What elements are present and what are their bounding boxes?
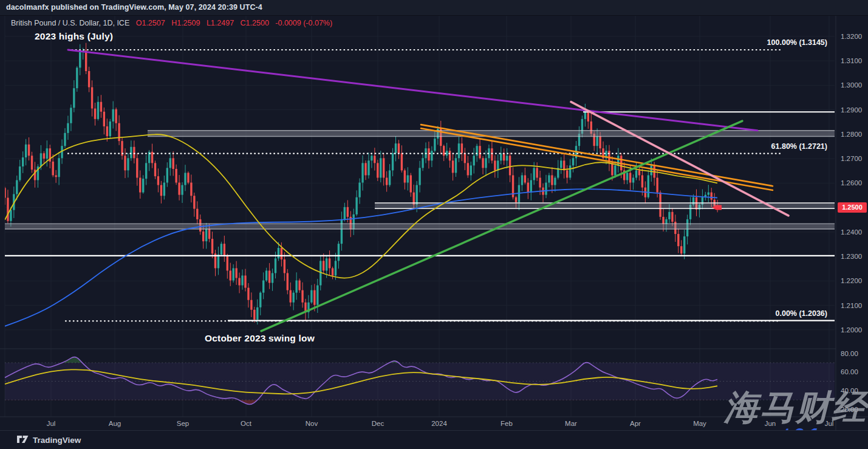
candle-body — [272, 273, 273, 283]
candle-body — [208, 229, 210, 239]
annotation-october-swing-low[interactable]: October 2023 swing low — [205, 333, 315, 344]
candle-body — [253, 310, 255, 320]
price-axis-label[interactable]: 1.2700 — [841, 155, 862, 162]
demand-zone-1.2430[interactable] — [5, 224, 835, 229]
candle-body — [521, 175, 523, 185]
candle-body — [680, 246, 682, 253]
time-axis-label[interactable]: Mar — [565, 420, 577, 427]
tradingview-logo-text: TradingView — [33, 436, 81, 445]
candle-body — [530, 180, 532, 193]
time-axis-label[interactable]: Dec — [372, 420, 384, 427]
candle-body — [338, 244, 340, 261]
time-axis-label[interactable]: Nov — [306, 420, 318, 427]
candle-body — [358, 183, 360, 197]
candle-body — [178, 183, 180, 195]
candle-body — [569, 165, 571, 177]
candle-body — [361, 163, 363, 182]
candle-body — [250, 300, 252, 310]
candle-body — [313, 290, 315, 305]
candle-body — [638, 170, 640, 175]
price-axis-label[interactable]: 1.2000 — [841, 326, 862, 334]
time-axis-label[interactable]: Oct — [241, 420, 252, 427]
price-axis-label[interactable]: 1.2900 — [841, 106, 862, 114]
price-axis-label[interactable]: 1.3000 — [841, 81, 862, 89]
candle-body — [268, 270, 270, 283]
candle-body — [656, 177, 658, 192]
candle-body — [494, 160, 496, 170]
candle-body — [341, 219, 343, 244]
candle-body — [175, 169, 177, 183]
symbol-title[interactable]: British Pound / U.S. Dollar, 1D, ICE — [11, 19, 129, 27]
candle-body — [136, 158, 138, 177]
candle-body — [599, 136, 601, 148]
candle-body — [25, 145, 27, 157]
tradingview-logo[interactable]: TradingView — [17, 435, 81, 445]
candle-body — [43, 153, 45, 159]
candle-body — [67, 123, 69, 133]
rsi-axis-label[interactable]: 80.00 — [841, 350, 858, 357]
price-axis-label[interactable]: 1.3200 — [841, 33, 862, 40]
candle-body — [278, 248, 279, 258]
candle-body — [133, 147, 135, 159]
candle-body — [377, 163, 378, 177]
candle-body — [509, 156, 511, 175]
candle-body — [40, 153, 42, 166]
candle-body — [169, 158, 171, 168]
candle-body — [635, 170, 637, 177]
candle-body — [386, 177, 388, 185]
symbol-legend[interactable]: British Pound / U.S. Dollar, 1D, ICE O1.… — [11, 19, 337, 27]
time-axis-label[interactable]: Jul — [47, 420, 56, 427]
candle-body — [329, 258, 330, 268]
candle-body — [109, 122, 111, 136]
candle-body — [551, 175, 553, 185]
candle-body — [193, 196, 195, 208]
price-axis-label[interactable]: 1.2800 — [841, 131, 862, 138]
candle-body — [500, 153, 502, 160]
candle-body — [596, 136, 598, 146]
candle-body — [344, 207, 346, 219]
time-axis-label[interactable]: Aug — [109, 420, 121, 427]
time-axis-label[interactable]: Apr — [630, 420, 641, 427]
candle-body — [157, 176, 159, 185]
ohlc-close: C1.2500 — [241, 19, 269, 27]
candle-body — [392, 153, 394, 170]
price-axis-label[interactable]: 1.2600 — [841, 179, 862, 187]
candle-body — [632, 177, 634, 182]
rsi-pane[interactable] — [5, 357, 835, 405]
candle-body — [662, 217, 664, 224]
time-axis-label[interactable]: May — [693, 420, 706, 427]
time-axis-label[interactable]: 2024 — [431, 420, 447, 427]
price-axis-label[interactable]: 1.2300 — [841, 253, 862, 260]
price-axis-label[interactable]: 1.2100 — [841, 302, 862, 309]
rsi-axis-label[interactable]: 60.00 — [841, 368, 858, 375]
annotation-2023-highs[interactable]: 2023 highs (July) — [35, 31, 113, 42]
candle-body — [355, 197, 357, 214]
price-axis-label[interactable]: 1.2400 — [841, 228, 862, 236]
time-axis-label[interactable]: Feb — [501, 420, 513, 427]
time-axis-label[interactable]: Sep — [177, 420, 189, 427]
candle-body — [383, 158, 384, 177]
fib-label-618[interactable]: 61.80% (1.2721) — [771, 142, 827, 151]
candle-body — [651, 165, 652, 175]
candle-body — [16, 180, 18, 194]
supply-zone-1.2800[interactable] — [148, 131, 835, 137]
candle-body — [711, 193, 713, 200]
candle-body — [506, 156, 508, 160]
candle-body — [293, 293, 295, 303]
price-axis-label[interactable]: 1.2200 — [841, 277, 862, 284]
candle-body — [287, 273, 289, 290]
fib-label-0[interactable]: 0.00% (1.2036) — [776, 309, 827, 318]
candle-body — [572, 158, 574, 165]
candle-body — [533, 168, 535, 180]
candle-body — [389, 170, 391, 185]
candle-body — [91, 87, 93, 109]
candle-body — [648, 175, 649, 197]
fib-label-100[interactable]: 100.00% (1.3145) — [767, 38, 827, 47]
candle-body — [145, 163, 147, 179]
candle-body — [428, 148, 429, 160]
price-chart[interactable]: 1.32001.31001.30001.29001.28001.27001.26… — [0, 0, 868, 449]
price-axis-label[interactable]: 1.3100 — [841, 57, 862, 64]
footer-bar — [0, 430, 868, 449]
candle-body — [470, 165, 472, 175]
candle-body — [290, 290, 292, 303]
